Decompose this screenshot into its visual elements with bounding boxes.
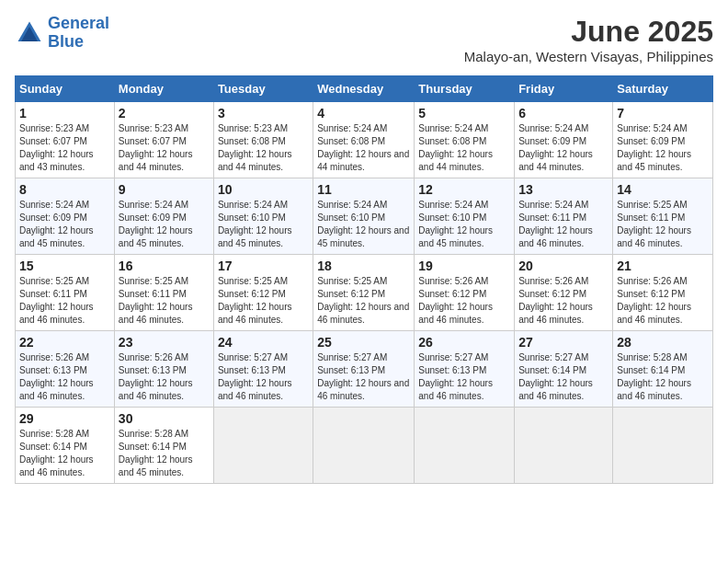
calendar-subtitle: Malayo-an, Western Visayas, Philippines: [464, 49, 713, 64]
table-row: 6 Sunrise: 5:24 AM Sunset: 6:09 PM Dayli…: [515, 102, 613, 178]
day-info: Sunrise: 5:28 AM Sunset: 6:14 PM Dayligh…: [19, 428, 110, 479]
day-info: Sunrise: 5:26 AM Sunset: 6:12 PM Dayligh…: [617, 275, 709, 327]
day-info: Sunrise: 5:27 AM Sunset: 6:13 PM Dayligh…: [317, 351, 410, 403]
table-row: 11 Sunrise: 5:24 AM Sunset: 6:10 PM Dayl…: [313, 178, 415, 255]
day-number: 17: [218, 259, 309, 273]
day-number: 23: [119, 335, 210, 350]
day-info: Sunrise: 5:25 AM Sunset: 6:12 PM Dayligh…: [218, 275, 309, 327]
day-number: 22: [19, 335, 110, 350]
calendar-week-row: 29 Sunrise: 5:28 AM Sunset: 6:14 PM Dayl…: [16, 408, 713, 484]
header-monday: Monday: [114, 76, 213, 102]
day-info: Sunrise: 5:24 AM Sunset: 6:09 PM Dayligh…: [119, 199, 210, 250]
calendar-week-row: 22 Sunrise: 5:26 AM Sunset: 6:13 PM Dayl…: [16, 331, 713, 408]
table-row: 9 Sunrise: 5:24 AM Sunset: 6:09 PM Dayli…: [114, 178, 213, 255]
table-row: 28 Sunrise: 5:28 AM Sunset: 6:14 PM Dayl…: [613, 331, 713, 408]
table-row: 25 Sunrise: 5:27 AM Sunset: 6:13 PM Dayl…: [313, 331, 415, 408]
day-info: Sunrise: 5:24 AM Sunset: 6:10 PM Dayligh…: [218, 199, 309, 250]
day-number: 15: [19, 259, 110, 273]
table-row: 15 Sunrise: 5:25 AM Sunset: 6:11 PM Dayl…: [16, 255, 115, 331]
table-row: 3 Sunrise: 5:23 AM Sunset: 6:08 PM Dayli…: [213, 102, 313, 178]
table-row: 13 Sunrise: 5:24 AM Sunset: 6:11 PM Dayl…: [515, 178, 613, 255]
table-row: 14 Sunrise: 5:25 AM Sunset: 6:11 PM Dayl…: [613, 178, 713, 255]
day-number: 9: [119, 182, 210, 197]
day-number: 20: [518, 259, 609, 273]
day-number: 11: [317, 182, 410, 197]
day-number: 29: [19, 411, 110, 426]
table-row: [613, 408, 713, 484]
calendar-week-row: 8 Sunrise: 5:24 AM Sunset: 6:09 PM Dayli…: [16, 178, 713, 255]
header-friday: Friday: [515, 76, 613, 102]
table-row: 7 Sunrise: 5:24 AM Sunset: 6:09 PM Dayli…: [613, 102, 713, 178]
calendar-table: Sunday Monday Tuesday Wednesday Thursday…: [15, 75, 713, 484]
day-info: Sunrise: 5:23 AM Sunset: 6:07 PM Dayligh…: [19, 122, 110, 174]
day-number: 14: [617, 182, 709, 197]
logo: General Blue: [15, 15, 109, 52]
day-info: Sunrise: 5:24 AM Sunset: 6:09 PM Dayligh…: [617, 122, 709, 174]
day-info: Sunrise: 5:24 AM Sunset: 6:10 PM Dayligh…: [418, 199, 510, 250]
table-row: 29 Sunrise: 5:28 AM Sunset: 6:14 PM Dayl…: [16, 408, 115, 484]
header-saturday: Saturday: [613, 76, 713, 102]
table-row: 18 Sunrise: 5:25 AM Sunset: 6:12 PM Dayl…: [313, 255, 415, 331]
day-number: 3: [218, 106, 309, 121]
calendar-title: June 2025: [464, 15, 713, 49]
day-info: Sunrise: 5:23 AM Sunset: 6:08 PM Dayligh…: [218, 122, 309, 174]
day-number: 1: [19, 106, 110, 121]
day-number: 6: [518, 106, 609, 121]
day-info: Sunrise: 5:27 AM Sunset: 6:14 PM Dayligh…: [518, 351, 609, 403]
weekday-header-row: Sunday Monday Tuesday Wednesday Thursday…: [16, 76, 713, 102]
day-info: Sunrise: 5:24 AM Sunset: 6:09 PM Dayligh…: [19, 199, 110, 250]
day-number: 16: [119, 259, 210, 273]
day-info: Sunrise: 5:23 AM Sunset: 6:07 PM Dayligh…: [119, 122, 210, 174]
table-row: 21 Sunrise: 5:26 AM Sunset: 6:12 PM Dayl…: [613, 255, 713, 331]
table-row: 1 Sunrise: 5:23 AM Sunset: 6:07 PM Dayli…: [16, 102, 115, 178]
day-number: 8: [19, 182, 110, 197]
table-row: 26 Sunrise: 5:27 AM Sunset: 6:13 PM Dayl…: [415, 331, 515, 408]
day-number: 18: [317, 259, 410, 273]
table-row: 23 Sunrise: 5:26 AM Sunset: 6:13 PM Dayl…: [114, 331, 213, 408]
day-number: 21: [617, 259, 709, 273]
table-row: 2 Sunrise: 5:23 AM Sunset: 6:07 PM Dayli…: [114, 102, 213, 178]
table-row: 8 Sunrise: 5:24 AM Sunset: 6:09 PM Dayli…: [16, 178, 115, 255]
day-info: Sunrise: 5:24 AM Sunset: 6:10 PM Dayligh…: [317, 199, 410, 250]
day-info: Sunrise: 5:28 AM Sunset: 6:14 PM Dayligh…: [119, 428, 210, 479]
table-row: 5 Sunrise: 5:24 AM Sunset: 6:08 PM Dayli…: [415, 102, 515, 178]
logo-line1: General: [48, 14, 109, 32]
day-info: Sunrise: 5:25 AM Sunset: 6:11 PM Dayligh…: [19, 275, 110, 327]
day-number: 28: [617, 335, 709, 350]
day-info: Sunrise: 5:24 AM Sunset: 6:08 PM Dayligh…: [418, 122, 510, 174]
header-sunday: Sunday: [16, 76, 115, 102]
day-number: 5: [418, 106, 510, 121]
logo-text: General Blue: [48, 15, 109, 52]
table-row: 24 Sunrise: 5:27 AM Sunset: 6:13 PM Dayl…: [213, 331, 313, 408]
day-number: 12: [418, 182, 510, 197]
day-info: Sunrise: 5:24 AM Sunset: 6:08 PM Dayligh…: [317, 122, 410, 174]
table-row: 22 Sunrise: 5:26 AM Sunset: 6:13 PM Dayl…: [16, 331, 115, 408]
table-row: [213, 408, 313, 484]
table-row: 20 Sunrise: 5:26 AM Sunset: 6:12 PM Dayl…: [515, 255, 613, 331]
table-row: [515, 408, 613, 484]
table-row: [415, 408, 515, 484]
day-info: Sunrise: 5:28 AM Sunset: 6:14 PM Dayligh…: [617, 351, 709, 403]
day-number: 26: [418, 335, 510, 350]
day-number: 10: [218, 182, 309, 197]
table-row: 12 Sunrise: 5:24 AM Sunset: 6:10 PM Dayl…: [415, 178, 515, 255]
day-info: Sunrise: 5:24 AM Sunset: 6:09 PM Dayligh…: [518, 122, 609, 174]
day-number: 2: [119, 106, 210, 121]
day-info: Sunrise: 5:25 AM Sunset: 6:11 PM Dayligh…: [119, 275, 210, 327]
title-area: June 2025 Malayo-an, Western Visayas, Ph…: [464, 15, 713, 64]
day-number: 13: [518, 182, 609, 197]
day-info: Sunrise: 5:25 AM Sunset: 6:12 PM Dayligh…: [317, 275, 410, 327]
day-number: 19: [418, 259, 510, 273]
table-row: 16 Sunrise: 5:25 AM Sunset: 6:11 PM Dayl…: [114, 255, 213, 331]
day-number: 24: [218, 335, 309, 350]
day-number: 4: [317, 106, 410, 121]
header-wednesday: Wednesday: [313, 76, 415, 102]
table-row: 17 Sunrise: 5:25 AM Sunset: 6:12 PM Dayl…: [213, 255, 313, 331]
table-row: 30 Sunrise: 5:28 AM Sunset: 6:14 PM Dayl…: [114, 408, 213, 484]
day-info: Sunrise: 5:27 AM Sunset: 6:13 PM Dayligh…: [418, 351, 510, 403]
table-row: 19 Sunrise: 5:26 AM Sunset: 6:12 PM Dayl…: [415, 255, 515, 331]
day-info: Sunrise: 5:27 AM Sunset: 6:13 PM Dayligh…: [218, 351, 309, 403]
day-info: Sunrise: 5:26 AM Sunset: 6:12 PM Dayligh…: [418, 275, 510, 327]
logo-icon: [15, 18, 44, 48]
day-number: 27: [518, 335, 609, 350]
